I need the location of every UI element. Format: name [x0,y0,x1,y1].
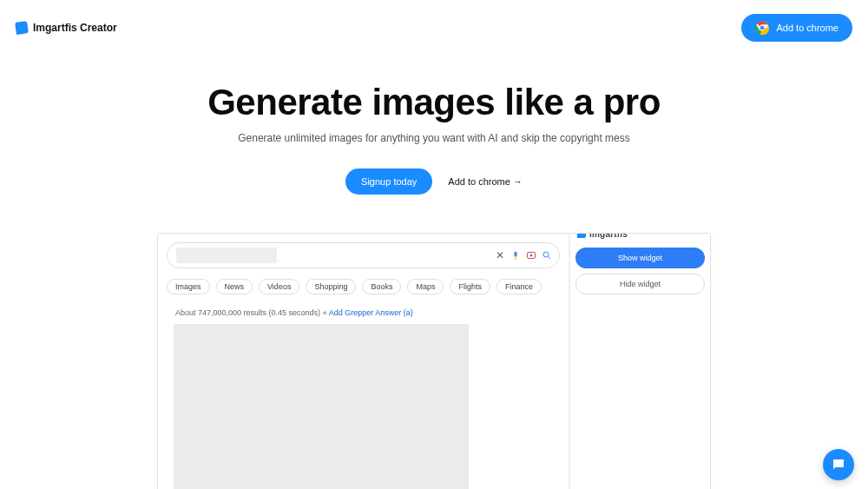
header: Imgartfis Creator Add to chrome [0,0,868,56]
add-to-chrome-button[interactable]: Add to chrome [741,14,852,42]
demo-search-pane: ✕ Images News Videos Shopping Books Maps… [158,234,569,489]
results-count: About 747,000,000 results (0.45 seconds)… [175,308,560,317]
tab-shopping[interactable]: Shopping [306,279,356,294]
hero-title: Generate images like a pro [0,82,868,123]
tab-finance[interactable]: Finance [496,279,542,294]
clear-icon[interactable]: ✕ [495,250,505,261]
tab-flights[interactable]: Flights [450,279,490,294]
mic-icon[interactable] [510,250,521,261]
signup-button[interactable]: Signup today [345,169,432,195]
brand: Imgartfis Creator [16,22,117,34]
tab-images[interactable]: Images [167,279,210,294]
search-icon[interactable] [542,250,552,261]
svg-point-4 [530,254,533,257]
svg-point-5 [543,252,549,257]
chat-launcher[interactable] [823,449,854,480]
svg-line-6 [549,257,551,260]
tab-videos[interactable]: Videos [259,279,299,294]
brand-text: Imgartfis Creator [33,22,117,34]
search-tabs: Images News Videos Shopping Books Maps F… [167,279,560,294]
hero: Generate images like a pro Generate unli… [0,82,868,195]
chrome-icon [755,21,769,35]
tab-books[interactable]: Books [362,279,401,294]
demo-extension-pane: Imgartfis Show widget Hide widget By Sew… [569,234,710,489]
hero-subtitle: Generate unlimited images for anything y… [0,132,868,144]
extension-brand-text: Imgartfis [589,233,628,239]
tab-maps[interactable]: Maps [407,279,444,294]
extension-brand-icon [577,233,586,238]
show-widget-button[interactable]: Show widget [575,248,705,268]
results-count-text: About 747,000,000 results (0.45 seconds) [175,308,320,317]
demo-screenshot: ✕ Images News Videos Shopping Books Maps… [157,233,711,489]
demo-frame: ✕ Images News Videos Shopping Books Maps… [157,233,711,489]
hero-actions: Signup today Add to chrome → [0,169,868,195]
svg-point-2 [760,25,766,30]
result-placeholder [174,324,469,489]
add-to-chrome-label: Add to chrome [776,23,838,33]
brand-icon [15,21,29,35]
tab-news[interactable]: News [216,279,253,294]
hide-widget-button[interactable]: Hide widget [575,274,705,294]
grepper-link[interactable]: Add Grepper Answer (a) [329,308,413,317]
extension-brand: Imgartfis [575,233,705,242]
search-query-blur [176,248,277,263]
chat-icon [831,457,846,472]
add-to-chrome-link[interactable]: Add to chrome → [448,176,523,187]
lens-icon[interactable] [526,250,536,261]
extension-footer: By Sewell Stephens LLC [575,483,705,489]
search-bar[interactable]: ✕ [167,242,560,268]
